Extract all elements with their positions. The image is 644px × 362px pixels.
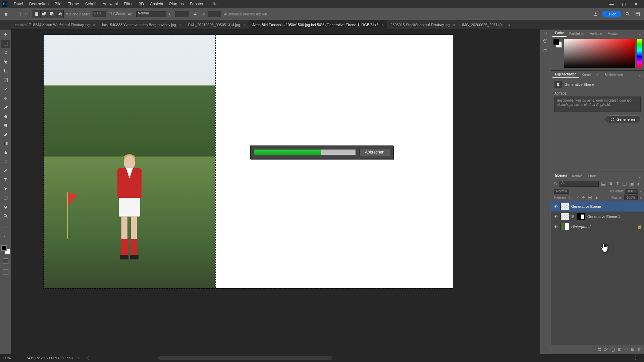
menu-3d[interactable]: 3D [136, 2, 147, 6]
select-and-mask-button[interactable]: Auswählen und maskieren... [224, 12, 270, 16]
cancel-button[interactable]: Abbrechen [359, 148, 390, 156]
document-canvas[interactable] [44, 35, 453, 288]
prompt-input[interactable]: Beschreibe, was du generieren möchtest, … [554, 97, 641, 112]
delete-layer-icon[interactable]: 🗑 [637, 347, 641, 352]
foreground-color[interactable] [1, 245, 7, 251]
share-button[interactable]: Teilen [602, 11, 621, 17]
menu-ebene[interactable]: Ebene [64, 2, 82, 6]
opacity-input[interactable]: 100% [625, 189, 638, 194]
tab-farbfelder[interactable]: Farbfelder [567, 31, 587, 37]
link-layers-icon[interactable]: ⛓ [597, 347, 601, 352]
lock-all-icon[interactable] [594, 195, 599, 200]
tab-muster[interactable]: Muster [605, 31, 621, 37]
lock-pixels-icon[interactable] [575, 195, 580, 200]
menu-hilfe[interactable]: Hilfe [207, 2, 221, 6]
layer-thumb[interactable] [560, 213, 569, 220]
zoom-level[interactable]: 50% [3, 356, 23, 360]
visibility-icon[interactable]: 👁 [553, 225, 558, 229]
gradient-tool-icon[interactable] [1, 139, 10, 147]
lock-nested-icon[interactable] [588, 195, 592, 200]
comments-panel-icon[interactable] [542, 47, 549, 55]
search-icon[interactable] [624, 10, 631, 18]
move-tool-icon[interactable] [1, 31, 10, 39]
tab-bibliotheken[interactable]: Bibliotheken [602, 72, 626, 78]
visibility-icon[interactable]: 👁 [553, 204, 558, 208]
edit-toolbar-icon[interactable]: ⋯ [1, 224, 10, 232]
color-picker[interactable] [564, 39, 635, 68]
hand-tool-icon[interactable] [1, 203, 10, 211]
user-icon[interactable] [592, 10, 599, 18]
close-tab-icon[interactable]: × [453, 23, 455, 27]
layer-mask-thumb[interactable] [577, 213, 585, 220]
hue-slider[interactable] [637, 39, 642, 68]
window-close-icon[interactable]: ✕ [630, 1, 642, 7]
quickmask-icon[interactable] [1, 257, 10, 265]
fill-dropdown-icon[interactable]: ▾ [640, 196, 641, 199]
color-swatches[interactable] [1, 245, 10, 254]
layer-fx-icon[interactable]: fx [604, 347, 607, 352]
layer-thumb[interactable] [560, 203, 569, 210]
blur-tool-icon[interactable] [1, 148, 10, 157]
document-tab[interactable]: fox-1540833 Yvette van den Berg pixabay.… [99, 20, 185, 29]
tab-ebenen[interactable]: Ebenen [552, 172, 569, 179]
layer-item[interactable]: 👁 Hintergrund 🔒 [551, 222, 644, 232]
document-tab[interactable]: couple-1718244 Karen Warfel auf Pixabay.… [11, 20, 99, 29]
clone-tool-icon[interactable] [1, 112, 10, 120]
close-tab-icon[interactable]: × [382, 23, 384, 27]
add-mask-icon[interactable]: ◯ [610, 347, 615, 352]
path-select-tool-icon[interactable] [1, 185, 10, 193]
panel-menu-icon[interactable]: ≡ [637, 74, 643, 78]
window-minimize-icon[interactable]: — [606, 1, 618, 7]
tab-eigenschaften[interactable]: Eigenschaften [552, 71, 579, 78]
quick-select-tool-icon[interactable] [1, 58, 10, 66]
layer-search-icon[interactable] [554, 182, 557, 186]
frame-tool-icon[interactable] [1, 76, 10, 84]
layer-name[interactable]: Hintergrund [571, 225, 635, 229]
document-tab[interactable]: 2598015 StockSnap auf Pixabay.jpg× [387, 20, 459, 29]
layer-thumb[interactable] [560, 223, 569, 230]
expand-dock-icon[interactable]: ◂◂ [544, 31, 547, 35]
eraser-tool-icon[interactable] [1, 130, 10, 138]
horizontal-scrollbar[interactable] [158, 356, 332, 360]
lock-icon[interactable]: 🔒 [637, 225, 642, 229]
dodge-tool-icon[interactable] [1, 158, 10, 166]
menu-ansicht[interactable]: Ansicht [147, 2, 166, 6]
crop-tool-icon[interactable] [1, 67, 10, 75]
swap-colors-icon[interactable] [1, 233, 10, 241]
generate-button[interactable]: Generieren [605, 115, 641, 123]
panel-menu-icon[interactable]: ≡ [637, 176, 643, 179]
close-tab-icon[interactable]: × [179, 23, 181, 27]
width-input[interactable] [175, 11, 189, 17]
link-icon[interactable]: ⛓ [571, 215, 575, 219]
menu-datei[interactable]: Datei [11, 2, 26, 6]
height-input[interactable] [208, 11, 221, 17]
menu-plugins[interactable]: Plug-ins [166, 2, 187, 6]
screenmode-icon[interactable] [1, 268, 10, 276]
tab-pfade[interactable]: Pfade [585, 173, 599, 179]
scroll-right-icon[interactable]: 〉 [633, 356, 641, 361]
brush-tool-icon[interactable] [1, 103, 10, 111]
menu-auswahl[interactable]: Auswahl [100, 2, 121, 6]
layer-name[interactable]: Generative Ebene 1 [587, 215, 642, 219]
tab-verlaeufe[interactable]: Verläufe [587, 31, 605, 37]
lock-transparent-icon[interactable] [569, 195, 573, 200]
zoom-tool-icon[interactable] [1, 212, 10, 220]
add-adjustment-icon[interactable]: ◐ [618, 347, 621, 352]
menu-bild[interactable]: Bild [52, 2, 64, 6]
blend-mode-select[interactable]: Normal [554, 189, 569, 194]
history-panel-icon[interactable] [542, 37, 549, 45]
visibility-icon[interactable]: 👁 [553, 215, 558, 219]
filter-shape-icon[interactable] [622, 181, 627, 186]
style-select[interactable]: Normal [136, 11, 166, 17]
close-tab-icon[interactable]: × [244, 23, 246, 27]
pen-tool-icon[interactable] [1, 167, 10, 175]
tab-korrekturen[interactable]: Korrekturen [579, 72, 602, 78]
foreground-swatch[interactable] [553, 39, 559, 45]
window-maximize-icon[interactable]: ▢ [618, 1, 630, 7]
opacity-dropdown-icon[interactable]: ▾ [640, 190, 641, 193]
menu-schrift[interactable]: Schrift [82, 2, 100, 6]
selection-subtract-icon[interactable] [48, 10, 56, 18]
fill-input[interactable]: 100% [624, 195, 638, 200]
home-icon[interactable] [3, 11, 9, 17]
filter-smart-icon[interactable] [629, 181, 634, 186]
